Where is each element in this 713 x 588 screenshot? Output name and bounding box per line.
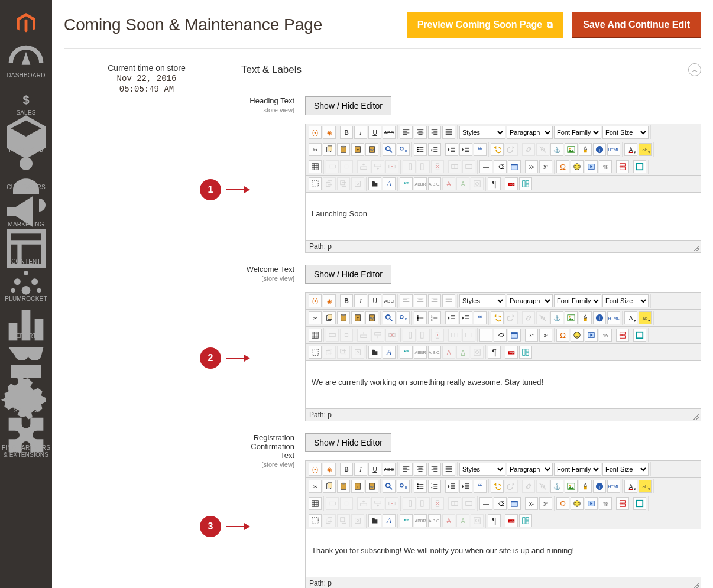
table-icon[interactable] [309, 160, 322, 173]
show-hide-editor-button[interactable]: Show / Hide Editor [305, 433, 391, 452]
outdent-icon[interactable] [445, 480, 458, 493]
newdoc-icon[interactable]: ◉ [323, 126, 336, 139]
replace-icon[interactable]: B [397, 480, 410, 493]
replace-icon[interactable]: B [397, 311, 410, 324]
bg-color-icon[interactable]: ab▾ [639, 143, 652, 156]
fullscreen-icon[interactable] [633, 497, 646, 510]
underline-icon[interactable]: U [368, 294, 381, 307]
paste-icon[interactable] [337, 143, 350, 156]
find-icon[interactable] [383, 480, 396, 493]
abbr-icon[interactable]: ABBR [414, 346, 427, 359]
col-before-icon[interactable] [403, 329, 416, 342]
strike-icon[interactable]: ABC [383, 294, 396, 307]
font-family-select[interactable]: Font Family [554, 294, 601, 307]
acronym-icon[interactable]: A.B.C. [428, 177, 441, 190]
row-after-icon[interactable] [371, 160, 384, 173]
paragraph-select[interactable]: Paragraph [507, 463, 553, 476]
cite-icon[interactable]: ❝❞ [400, 514, 413, 527]
undo-icon[interactable] [491, 143, 504, 156]
nbsp-icon[interactable] [505, 514, 518, 527]
path-value[interactable]: p [328, 411, 332, 419]
font-size-select[interactable]: Font Size [602, 126, 649, 139]
source-icon[interactable]: (•) [309, 463, 322, 476]
align-justify-icon[interactable] [442, 126, 455, 139]
split-cells-icon[interactable] [448, 497, 461, 510]
remove-format-icon[interactable]: ⌫ [494, 497, 507, 510]
hr-icon[interactable]: — [479, 329, 492, 342]
italic-icon[interactable]: I [354, 463, 367, 476]
cleanup-icon[interactable] [579, 480, 592, 493]
styles-select[interactable]: Styles [459, 463, 505, 476]
bold-icon[interactable]: B [340, 126, 353, 139]
bg-color-icon[interactable]: ab▾ [639, 480, 652, 493]
bullet-list-icon[interactable] [414, 480, 427, 493]
row-after-icon[interactable] [371, 497, 384, 510]
indent-icon[interactable] [459, 143, 472, 156]
paragraph-select[interactable]: Paragraph [507, 126, 553, 139]
media-icon[interactable] [585, 497, 598, 510]
cleanup-icon[interactable] [579, 143, 592, 156]
undo-icon[interactable] [491, 311, 504, 324]
col-after-icon[interactable] [417, 160, 430, 173]
text-color-icon[interactable]: A▾ [624, 311, 637, 324]
newdoc-icon[interactable]: ◉ [323, 463, 336, 476]
cleanup-icon[interactable] [579, 311, 592, 324]
abbr-icon[interactable]: ABBR [414, 514, 427, 527]
resize-handle-icon[interactable] [693, 582, 699, 588]
italic-icon[interactable]: I [354, 294, 367, 307]
col-after-icon[interactable] [417, 497, 430, 510]
nbsp-icon[interactable] [505, 346, 518, 359]
font-style-icon[interactable]: A [383, 177, 396, 190]
link-icon[interactable] [522, 311, 535, 324]
remove-format-icon[interactable]: ⌫ [494, 160, 507, 173]
split-cells-icon[interactable] [448, 160, 461, 173]
font-style-icon[interactable]: A [383, 346, 396, 359]
cut-icon[interactable]: ✂ [309, 480, 322, 493]
sup-icon[interactable]: x² [539, 329, 552, 342]
acronym-icon[interactable]: A.B.C. [428, 346, 441, 359]
media-icon[interactable] [585, 160, 598, 173]
layer-forward-icon[interactable] [323, 346, 336, 359]
abbr-icon[interactable]: ABBR [414, 177, 427, 190]
help-icon[interactable]: i [593, 480, 606, 493]
align-center-icon[interactable] [414, 126, 427, 139]
paragraph-select[interactable]: Paragraph [507, 294, 553, 307]
pilcrow-btn-icon[interactable]: ¶§ [599, 497, 612, 510]
align-justify-icon[interactable] [442, 463, 455, 476]
pagebreak-icon[interactable] [616, 160, 629, 173]
pilcrow-icon[interactable]: ¶ [488, 177, 501, 190]
row-after-icon[interactable] [371, 329, 384, 342]
sub-icon[interactable]: x₂ [525, 160, 538, 173]
cut-icon[interactable]: ✂ [309, 311, 322, 324]
del-icon[interactable]: A [442, 177, 455, 190]
resize-handle-icon[interactable] [693, 245, 699, 251]
row-props-icon[interactable] [326, 497, 339, 510]
link-icon[interactable] [522, 143, 535, 156]
resize-handle-icon[interactable] [693, 414, 699, 420]
emoticon-icon[interactable] [571, 497, 584, 510]
unlink-icon[interactable] [536, 480, 549, 493]
html-icon[interactable]: HTML [607, 311, 620, 324]
layer-abs-icon[interactable] [351, 346, 364, 359]
merge-cells-icon[interactable] [462, 497, 475, 510]
anchor-icon[interactable]: ⚓ [550, 480, 563, 493]
help-icon[interactable]: i [593, 143, 606, 156]
merge-cells-icon[interactable] [462, 329, 475, 342]
font-style-icon[interactable]: A [383, 514, 396, 527]
delete-col-icon[interactable] [431, 497, 444, 510]
blockquote-icon[interactable]: ❝ [474, 480, 487, 493]
cite-icon[interactable]: ❝❞ [400, 346, 413, 359]
row-before-icon[interactable] [357, 160, 370, 173]
layer-abs-icon[interactable] [351, 514, 364, 527]
align-left-icon[interactable] [400, 294, 413, 307]
image-icon[interactable] [565, 480, 578, 493]
align-center-icon[interactable] [414, 294, 427, 307]
style-props-icon[interactable] [368, 177, 381, 190]
col-before-icon[interactable] [403, 160, 416, 173]
text-color-icon[interactable]: A▾ [624, 480, 637, 493]
redo-icon[interactable] [505, 480, 518, 493]
paste-text-icon[interactable]: T [351, 311, 364, 324]
number-list-icon[interactable]: 123 [428, 480, 441, 493]
pilcrow-btn-icon[interactable]: ¶§ [599, 160, 612, 173]
source-icon[interactable]: (•) [309, 294, 322, 307]
